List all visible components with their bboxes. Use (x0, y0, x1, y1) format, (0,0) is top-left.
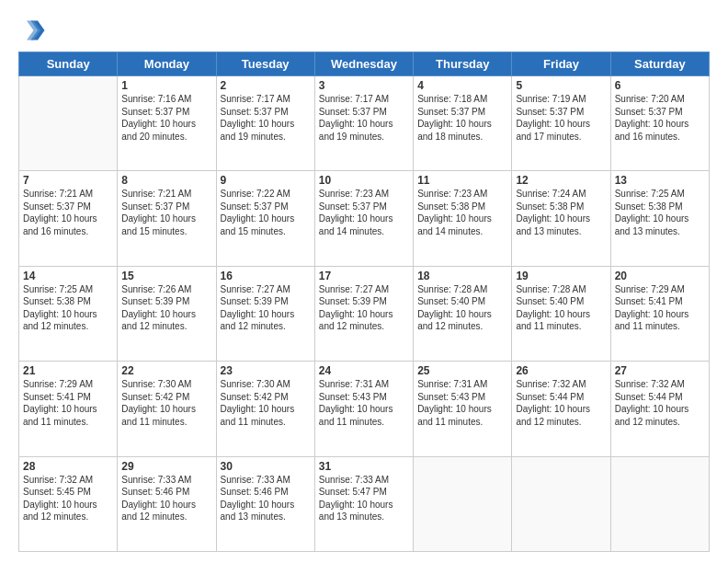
calendar-cell: 19Sunrise: 7:28 AM Sunset: 5:40 PM Dayli… (512, 266, 610, 361)
cell-info: Sunrise: 7:21 AM Sunset: 5:37 PM Dayligh… (23, 188, 113, 237)
calendar-cell: 6Sunrise: 7:20 AM Sunset: 5:37 PM Daylig… (610, 76, 709, 171)
day-number: 18 (417, 270, 507, 282)
calendar-cell: 3Sunrise: 7:17 AM Sunset: 5:37 PM Daylig… (314, 76, 413, 171)
page: SundayMondayTuesdayWednesdayThursdayFrid… (0, 0, 728, 563)
cell-info: Sunrise: 7:25 AM Sunset: 5:38 PM Dayligh… (615, 188, 705, 237)
calendar-cell: 27Sunrise: 7:32 AM Sunset: 5:44 PM Dayli… (610, 362, 709, 456)
calendar-cell: 8Sunrise: 7:21 AM Sunset: 5:37 PM Daylig… (118, 171, 216, 266)
cell-info: Sunrise: 7:33 AM Sunset: 5:47 PM Dayligh… (319, 474, 409, 523)
calendar-cell: 18Sunrise: 7:28 AM Sunset: 5:40 PM Dayli… (414, 266, 512, 361)
day-number: 21 (23, 364, 113, 377)
cell-info: Sunrise: 7:27 AM Sunset: 5:39 PM Dayligh… (319, 283, 409, 333)
calendar-cell: 26Sunrise: 7:32 AM Sunset: 5:44 PM Dayli… (512, 362, 610, 456)
cell-info: Sunrise: 7:29 AM Sunset: 5:41 PM Dayligh… (615, 283, 705, 333)
day-header-saturday: Saturday (610, 52, 709, 76)
calendar-cell: 10Sunrise: 7:23 AM Sunset: 5:37 PM Dayli… (314, 171, 413, 266)
cell-info: Sunrise: 7:33 AM Sunset: 5:46 PM Dayligh… (121, 474, 211, 523)
day-header-friday: Friday (512, 52, 610, 76)
calendar-cell: 4Sunrise: 7:18 AM Sunset: 5:37 PM Daylig… (414, 76, 512, 171)
cell-info: Sunrise: 7:32 AM Sunset: 5:45 PM Dayligh… (23, 474, 113, 523)
header (18, 17, 710, 44)
cell-info: Sunrise: 7:29 AM Sunset: 5:41 PM Dayligh… (23, 378, 113, 428)
calendar-cell: 11Sunrise: 7:23 AM Sunset: 5:38 PM Dayli… (414, 171, 512, 266)
day-number: 19 (516, 270, 606, 282)
cell-info: Sunrise: 7:17 AM Sunset: 5:37 PM Dayligh… (319, 93, 409, 143)
day-number: 12 (516, 174, 606, 187)
calendar-cell: 9Sunrise: 7:22 AM Sunset: 5:37 PM Daylig… (216, 171, 314, 266)
day-number: 8 (121, 174, 211, 187)
cell-info: Sunrise: 7:19 AM Sunset: 5:37 PM Dayligh… (516, 93, 606, 143)
day-number: 9 (221, 174, 311, 187)
cell-info: Sunrise: 7:20 AM Sunset: 5:37 PM Dayligh… (615, 93, 705, 143)
day-number: 20 (615, 270, 705, 282)
day-number: 16 (221, 270, 311, 282)
cell-info: Sunrise: 7:22 AM Sunset: 5:37 PM Dayligh… (221, 188, 311, 237)
cell-info: Sunrise: 7:32 AM Sunset: 5:44 PM Dayligh… (516, 378, 606, 428)
calendar-cell: 2Sunrise: 7:17 AM Sunset: 5:37 PM Daylig… (216, 76, 314, 171)
day-header-sunday: Sunday (19, 52, 118, 76)
day-number: 22 (121, 364, 211, 377)
cell-info: Sunrise: 7:31 AM Sunset: 5:43 PM Dayligh… (319, 378, 409, 428)
calendar-cell: 7Sunrise: 7:21 AM Sunset: 5:37 PM Daylig… (19, 171, 118, 266)
day-number: 10 (319, 174, 409, 187)
cell-info: Sunrise: 7:25 AM Sunset: 5:38 PM Dayligh… (23, 283, 113, 333)
day-number: 26 (516, 364, 606, 377)
calendar-week-4: 21Sunrise: 7:29 AM Sunset: 5:41 PM Dayli… (19, 362, 710, 456)
day-number: 1 (121, 79, 211, 92)
day-header-monday: Monday (118, 52, 216, 76)
day-number: 28 (23, 460, 113, 473)
calendar-week-1: 1Sunrise: 7:16 AM Sunset: 5:37 PM Daylig… (19, 76, 710, 171)
calendar-cell: 16Sunrise: 7:27 AM Sunset: 5:39 PM Dayli… (216, 266, 314, 361)
day-number: 17 (319, 270, 409, 282)
cell-info: Sunrise: 7:32 AM Sunset: 5:44 PM Dayligh… (615, 378, 705, 428)
day-number: 7 (23, 174, 113, 187)
day-number: 4 (417, 79, 507, 92)
day-number: 29 (121, 460, 211, 473)
calendar-cell (414, 456, 512, 551)
day-number: 25 (417, 364, 507, 377)
calendar-cell: 30Sunrise: 7:33 AM Sunset: 5:46 PM Dayli… (216, 456, 314, 551)
calendar-cell: 24Sunrise: 7:31 AM Sunset: 5:43 PM Dayli… (314, 362, 413, 456)
cell-info: Sunrise: 7:16 AM Sunset: 5:37 PM Dayligh… (121, 93, 211, 143)
cell-info: Sunrise: 7:30 AM Sunset: 5:42 PM Dayligh… (121, 378, 211, 428)
cell-info: Sunrise: 7:31 AM Sunset: 5:43 PM Dayligh… (417, 378, 507, 428)
calendar-week-5: 28Sunrise: 7:32 AM Sunset: 5:45 PM Dayli… (19, 456, 710, 551)
day-number: 2 (221, 79, 311, 92)
logo-icon (18, 17, 46, 44)
day-number: 27 (615, 364, 705, 377)
cell-info: Sunrise: 7:21 AM Sunset: 5:37 PM Dayligh… (121, 188, 211, 237)
calendar-cell: 21Sunrise: 7:29 AM Sunset: 5:41 PM Dayli… (19, 362, 118, 456)
calendar-cell: 25Sunrise: 7:31 AM Sunset: 5:43 PM Dayli… (414, 362, 512, 456)
cell-info: Sunrise: 7:30 AM Sunset: 5:42 PM Dayligh… (221, 378, 311, 428)
cell-info: Sunrise: 7:18 AM Sunset: 5:37 PM Dayligh… (417, 93, 507, 143)
cell-info: Sunrise: 7:26 AM Sunset: 5:39 PM Dayligh… (121, 283, 211, 333)
calendar-cell (19, 76, 118, 171)
cell-info: Sunrise: 7:23 AM Sunset: 5:38 PM Dayligh… (417, 188, 507, 237)
calendar-cell: 14Sunrise: 7:25 AM Sunset: 5:38 PM Dayli… (19, 266, 118, 361)
cell-info: Sunrise: 7:23 AM Sunset: 5:37 PM Dayligh… (319, 188, 409, 237)
day-number: 14 (23, 270, 113, 282)
calendar-cell: 5Sunrise: 7:19 AM Sunset: 5:37 PM Daylig… (512, 76, 610, 171)
calendar-week-3: 14Sunrise: 7:25 AM Sunset: 5:38 PM Dayli… (19, 266, 710, 361)
calendar-cell (610, 456, 709, 551)
calendar-cell: 20Sunrise: 7:29 AM Sunset: 5:41 PM Dayli… (610, 266, 709, 361)
day-number: 11 (417, 174, 507, 187)
day-header-thursday: Thursday (414, 52, 512, 76)
cell-info: Sunrise: 7:27 AM Sunset: 5:39 PM Dayligh… (221, 283, 311, 333)
calendar-cell: 31Sunrise: 7:33 AM Sunset: 5:47 PM Dayli… (314, 456, 413, 551)
cell-info: Sunrise: 7:33 AM Sunset: 5:46 PM Dayligh… (221, 474, 311, 523)
calendar-cell: 23Sunrise: 7:30 AM Sunset: 5:42 PM Dayli… (216, 362, 314, 456)
day-number: 30 (221, 460, 311, 473)
day-number: 5 (516, 79, 606, 92)
calendar-table: SundayMondayTuesdayWednesdayThursdayFrid… (18, 52, 710, 552)
days-header-row: SundayMondayTuesdayWednesdayThursdayFrid… (19, 52, 710, 76)
logo (18, 17, 50, 44)
calendar-cell: 17Sunrise: 7:27 AM Sunset: 5:39 PM Dayli… (314, 266, 413, 361)
day-number: 31 (319, 460, 409, 473)
calendar-week-2: 7Sunrise: 7:21 AM Sunset: 5:37 PM Daylig… (19, 171, 710, 266)
calendar-cell: 22Sunrise: 7:30 AM Sunset: 5:42 PM Dayli… (118, 362, 216, 456)
cell-info: Sunrise: 7:28 AM Sunset: 5:40 PM Dayligh… (417, 283, 507, 333)
cell-info: Sunrise: 7:17 AM Sunset: 5:37 PM Dayligh… (221, 93, 311, 143)
day-number: 13 (615, 174, 705, 187)
calendar-cell: 1Sunrise: 7:16 AM Sunset: 5:37 PM Daylig… (118, 76, 216, 171)
